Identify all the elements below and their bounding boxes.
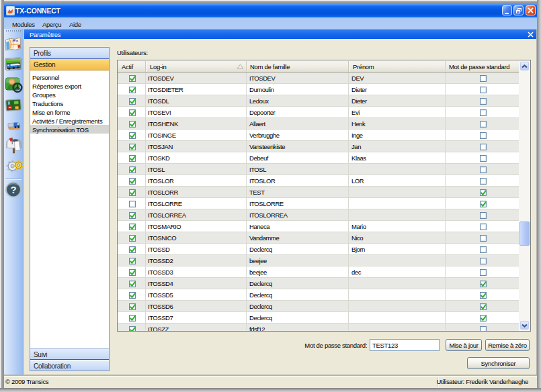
svg-text:?: ? — [11, 184, 17, 195]
